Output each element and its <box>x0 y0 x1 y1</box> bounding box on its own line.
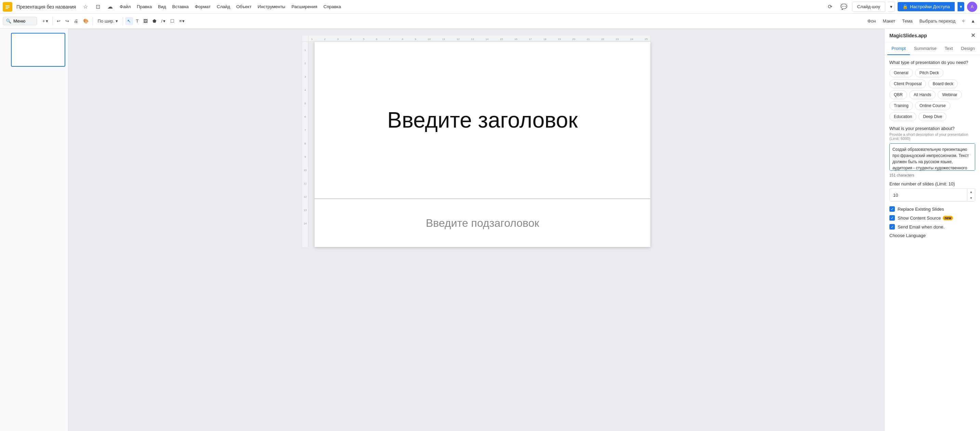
chip-education[interactable]: Education <box>889 112 916 121</box>
slides-input[interactable] <box>890 190 967 200</box>
line-tool[interactable]: / ▾ <box>159 17 167 25</box>
save-to-drive-icon[interactable]: ⊡ <box>92 2 103 12</box>
type-chips-grid: General Pitch Deck Client Proposal Board… <box>889 68 975 121</box>
undo-button[interactable]: ↩ <box>55 17 62 25</box>
text-tool[interactable]: T <box>134 17 140 25</box>
collapse-icon[interactable]: ▲ <box>969 17 977 25</box>
paint-format-button[interactable]: 🎨 <box>81 17 91 25</box>
list-icon: ≡ <box>179 19 182 24</box>
theme-button[interactable]: Тема <box>899 17 915 25</box>
access-button[interactable]: 🔒 Настройки Доступа <box>897 2 955 11</box>
checkbox-content-source-label: Show Content Source new <box>897 215 953 221</box>
slideshow-button[interactable]: Слайд-шоу <box>852 2 885 12</box>
menu-bar: Презентация без названия ☆ ⊡ ☁ Файл Прав… <box>0 0 980 14</box>
menu-object[interactable]: Объект <box>234 3 254 11</box>
checkbox-email-input[interactable]: ✓ <box>889 224 895 229</box>
line-icon: / <box>161 19 162 24</box>
ruler-v-1: 1 <box>304 49 306 52</box>
app-logo <box>3 2 12 12</box>
panel-tabs: Prompt Summarise Text Design <box>885 43 980 55</box>
list-dropdown-icon: ▾ <box>182 19 185 24</box>
choose-language-label: Choose Language <box>889 233 975 238</box>
chip-general[interactable]: General <box>889 68 913 77</box>
menu-file[interactable]: Файл <box>117 3 134 11</box>
print-button[interactable]: 🖨 <box>72 17 80 25</box>
background-button[interactable]: Фон <box>865 17 878 25</box>
dropdown-arrow: ▾ <box>46 19 48 24</box>
slide-thumbnail-1[interactable] <box>11 33 65 67</box>
toolbar: 🔍 Меню + ▾ ↩ ↪ 🖨 🎨 По шир. ▾ ↖ T 🖼 ⬟ / ▾… <box>0 14 980 29</box>
char-count: 151 characters <box>889 173 975 177</box>
plus-icon: + <box>42 19 45 24</box>
checkbox-content-source-input[interactable]: ✓ <box>889 215 895 221</box>
menu-insert[interactable]: Вставка <box>170 3 191 11</box>
chip-client-proposal[interactable]: Client Proposal <box>889 80 926 88</box>
menu-tools[interactable]: Инструменты <box>255 3 288 11</box>
numbered-list-tool[interactable]: ≡ ▾ <box>177 17 187 25</box>
spinner-down[interactable]: ▼ <box>967 195 975 201</box>
slide-canvas[interactable]: Введите заголовок Введите подзаголовок <box>315 42 651 247</box>
history-icon[interactable]: ⟳ <box>825 2 836 12</box>
access-dropdown[interactable]: ▾ <box>958 2 964 11</box>
chip-deep-dive[interactable]: Deep Dive <box>918 112 947 121</box>
chip-board-deck[interactable]: Board deck <box>928 80 958 88</box>
tab-summarise[interactable]: Summarise <box>910 43 941 55</box>
slide-title-area[interactable]: Введите заголовок <box>315 42 651 199</box>
menu-slide[interactable]: Слайд <box>214 3 233 11</box>
slides-spinner: ▲ ▼ <box>967 189 975 201</box>
tab-prompt[interactable]: Prompt <box>887 43 910 55</box>
description-input[interactable]: Создай образовательную презентацию про ф… <box>889 143 975 171</box>
zoom-dropdown[interactable]: По шир. ▾ <box>95 17 121 25</box>
close-icon[interactable]: ✕ <box>971 32 975 39</box>
helper-icon[interactable]: ✧ <box>959 17 967 25</box>
select-tool[interactable]: ↖ <box>125 17 133 25</box>
layout-button[interactable]: Макет <box>880 17 898 25</box>
menu-edit[interactable]: Правка <box>134 3 154 11</box>
lock-icon: 🔒 <box>902 4 908 9</box>
avatar[interactable]: А <box>967 2 977 12</box>
checkbox-replace: ✓ Replace Existing Slides <box>889 206 975 212</box>
new-slide-button[interactable]: + ▾ <box>40 17 50 25</box>
comments-icon[interactable]: 💬 <box>838 2 850 12</box>
separator-3 <box>123 17 123 25</box>
description-sublabel: Provide a short description of your pres… <box>889 132 975 141</box>
slideshow-dropdown[interactable]: ▾ <box>888 2 895 12</box>
svg-rect-3 <box>5 8 8 9</box>
text-box-tool[interactable]: ☐ <box>168 17 177 25</box>
menu-help[interactable]: Справка <box>321 3 344 11</box>
image-tool[interactable]: 🖼 <box>141 17 150 25</box>
checkbox-email: ✓ Send Email when done. <box>889 224 975 229</box>
menu-extensions[interactable]: Расширения <box>289 3 320 11</box>
slide-subtitle-area[interactable]: Введите подзаголовок <box>315 199 651 247</box>
chip-pitch-deck[interactable]: Pitch Deck <box>915 68 943 77</box>
zoom-dropdown-icon: ▾ <box>116 19 118 24</box>
ruler-tick-1: 1 <box>311 38 313 41</box>
tab-design[interactable]: Design <box>957 43 979 55</box>
chip-all-hands[interactable]: All Hands <box>909 90 935 99</box>
main-area: 1 1 2 3 4 5 6 7 8 9 10 11 <box>0 29 980 431</box>
menu-format[interactable]: Формат <box>192 3 213 11</box>
menu-right: ⟳ 💬 Слайд-шоу ▾ 🔒 Настройки Доступа ▾ А <box>825 2 977 12</box>
svg-rect-2 <box>5 7 10 8</box>
cloud-icon[interactable]: ☁ <box>105 2 116 12</box>
slide-panel: 1 <box>0 29 68 431</box>
spinner-up[interactable]: ▲ <box>967 189 975 195</box>
chip-training[interactable]: Training <box>889 101 913 110</box>
checkbox-content-source: ✓ Show Content Source new <box>889 215 975 221</box>
star-icon[interactable]: ☆ <box>80 2 91 12</box>
redo-button[interactable]: ↪ <box>63 17 71 25</box>
slide-title: Введите заголовок <box>387 107 578 133</box>
transition-button[interactable]: Выбрать переход <box>917 17 958 25</box>
shapes-tool[interactable]: ⬟ <box>150 17 158 25</box>
panel-content: What type of presentation do you need? G… <box>885 55 980 431</box>
checkbox-email-label: Send Email when done. <box>897 224 945 229</box>
chip-webinar[interactable]: Webinar <box>938 90 961 99</box>
search-box[interactable]: 🔍 Меню <box>3 17 37 25</box>
chip-online-course[interactable]: Online Course <box>915 101 950 110</box>
chip-qbr[interactable]: QBR <box>889 90 907 99</box>
checkbox-replace-input[interactable]: ✓ <box>889 206 895 212</box>
tab-text[interactable]: Text <box>941 43 957 55</box>
search-label: Меню <box>13 19 25 24</box>
search-icon: 🔍 <box>6 19 11 24</box>
menu-view[interactable]: Вид <box>155 3 169 11</box>
